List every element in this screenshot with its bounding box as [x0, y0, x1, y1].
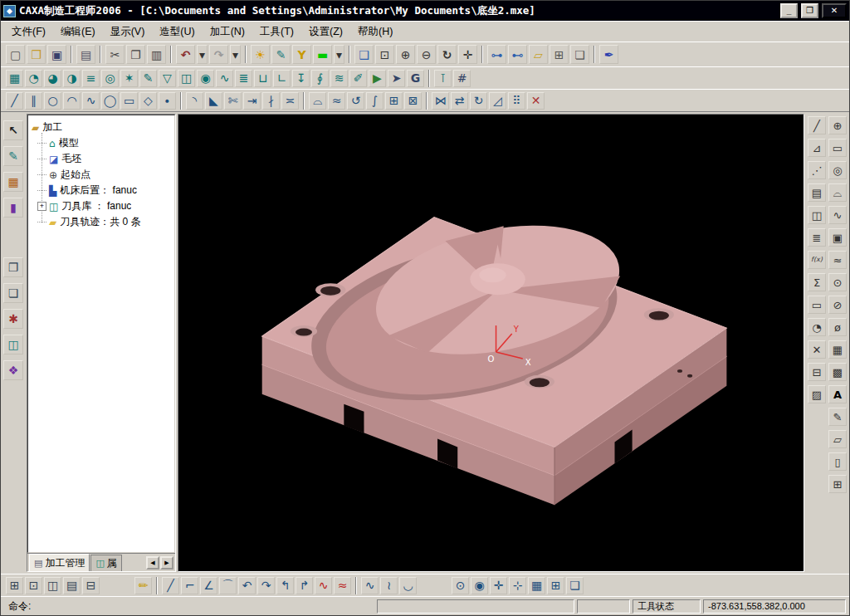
- scale-icon[interactable]: ◿: [489, 92, 506, 110]
- finish-parallel-icon[interactable]: ≡: [82, 70, 100, 87]
- open-folder-icon[interactable]: ❒: [27, 45, 46, 64]
- frame-icon[interactable]: ▯: [828, 452, 847, 471]
- tree-expander[interactable]: [37, 190, 46, 191]
- surface-patch-icon[interactable]: ⊞: [385, 92, 403, 110]
- grid2-icon[interactable]: ⊞: [547, 577, 564, 594]
- polygon-icon[interactable]: ◇: [139, 92, 157, 110]
- close-button[interactable]: ✕: [822, 3, 847, 18]
- measure-icon[interactable]: ▱: [529, 45, 548, 64]
- snap-center-icon[interactable]: ⊙: [452, 577, 469, 594]
- coord-list-icon[interactable]: ≣: [808, 228, 826, 247]
- corner-clean-icon[interactable]: ∟: [273, 70, 291, 87]
- surface-revolve-icon[interactable]: ↺: [347, 92, 364, 110]
- collapse-icon[interactable]: ⊟: [808, 363, 826, 381]
- paste-feature-icon[interactable]: ❏: [3, 283, 23, 303]
- trajectory-edit-icon[interactable]: ✐: [349, 70, 367, 87]
- annotate-icon[interactable]: ✒: [599, 45, 618, 64]
- circle-tool-icon[interactable]: ◎: [828, 161, 847, 179]
- circle-icon[interactable]: ○: [44, 92, 61, 110]
- zoom-window-icon[interactable]: ⊡: [375, 45, 394, 64]
- pan-icon[interactable]: ✛: [458, 45, 477, 64]
- projection-cut-icon[interactable]: ▽: [159, 70, 176, 87]
- tree-item-model[interactable]: ⌂ 模型: [37, 135, 173, 151]
- query-angle-icon[interactable]: ⊿: [808, 139, 826, 157]
- diameter-icon[interactable]: ø: [828, 318, 847, 336]
- menu-machining[interactable]: 加工(N): [203, 22, 252, 42]
- arc-tool-icon[interactable]: ⌓: [828, 183, 847, 202]
- arc-info-icon[interactable]: ◔: [808, 318, 826, 336]
- redo-dropdown-icon[interactable]: ▾: [230, 45, 241, 64]
- offset-icon[interactable]: ≍: [281, 92, 299, 110]
- tab-scroll-right-button[interactable]: ▶: [160, 556, 173, 570]
- tree-expander[interactable]: +: [37, 202, 46, 211]
- tree-expander[interactable]: [37, 159, 46, 159]
- palette-icon[interactable]: ❖: [3, 360, 23, 380]
- copy-icon[interactable]: ❐: [126, 45, 145, 64]
- surface-ruled-icon[interactable]: ⌓: [309, 92, 326, 110]
- circle-slash-icon[interactable]: ⊘: [828, 296, 847, 314]
- region-surface-icon[interactable]: ◫: [178, 70, 195, 87]
- arc-low-icon[interactable]: ◡: [399, 577, 417, 594]
- print-icon[interactable]: ▤: [76, 45, 95, 64]
- formula-curve-icon[interactable]: f(x): [808, 251, 826, 269]
- grid-snap-icon[interactable]: ⊞: [828, 475, 847, 493]
- solid-box-icon[interactable]: ▣: [828, 228, 847, 247]
- tree-item-post[interactable]: ▙ 机床后置： fanuc: [37, 183, 173, 198]
- equal-space-icon[interactable]: ▱: [828, 430, 847, 448]
- undo-dropdown-icon[interactable]: ▾: [197, 45, 208, 64]
- layer-table-icon[interactable]: ▦: [3, 172, 23, 192]
- arc-cw-icon[interactable]: ↷: [257, 577, 275, 594]
- contour-surface-icon[interactable]: ◉: [197, 70, 214, 87]
- line2-icon[interactable]: ╱: [162, 577, 179, 594]
- array-icon[interactable]: ⠿: [508, 92, 525, 110]
- snap-point-icon[interactable]: ⊹: [509, 577, 526, 594]
- curve-z-icon[interactable]: ↱: [296, 577, 313, 594]
- redo-icon[interactable]: ↷: [209, 45, 228, 64]
- trajectory-batch-icon[interactable]: ≋: [330, 70, 348, 87]
- mesh-icon[interactable]: ▦: [828, 340, 847, 359]
- circle-center-icon[interactable]: ⊙: [828, 273, 847, 291]
- spline-tool-icon[interactable]: ∿: [828, 206, 847, 224]
- rotate-icon[interactable]: ↻: [470, 92, 487, 110]
- tool-db-icon[interactable]: ◫: [3, 335, 23, 354]
- sketch-pen-icon[interactable]: ✎: [828, 408, 847, 426]
- guide-curve-icon[interactable]: ∿: [216, 70, 233, 87]
- tree-item-tool-library[interactable]: + ◫ 刀具库 ： fanuc: [37, 198, 173, 214]
- gcode-icon[interactable]: G: [407, 70, 424, 87]
- tab-machining-manager[interactable]: ▤ 加工管理: [29, 554, 90, 571]
- viewport-icon[interactable]: ❑: [354, 45, 374, 64]
- query-points-icon[interactable]: ⋰: [808, 161, 826, 179]
- menu-edit[interactable]: 编辑(E): [53, 22, 103, 42]
- machine-setup-icon[interactable]: #: [453, 70, 471, 87]
- refresh-view-icon[interactable]: ↻: [437, 45, 457, 64]
- filter-icon[interactable]: Y: [292, 45, 311, 64]
- rectangle-icon[interactable]: ▭: [120, 92, 138, 110]
- material-icon[interactable]: ▮: [3, 198, 23, 218]
- sum-icon[interactable]: Σ: [808, 273, 826, 291]
- arc3-icon[interactable]: ⌒: [219, 577, 237, 594]
- light-icon[interactable]: ☀: [251, 45, 270, 64]
- unlink-views-icon[interactable]: ⊷: [508, 45, 527, 64]
- point-tool-icon[interactable]: ⊕: [828, 116, 847, 134]
- restore-button[interactable]: ❐: [801, 3, 818, 18]
- tree-item-toolpaths[interactable]: ▰ 刀具轨迹：共 0 条: [37, 214, 173, 230]
- point-icon[interactable]: ∙: [159, 92, 176, 110]
- zoom-in-icon[interactable]: ⊕: [396, 45, 415, 64]
- copy-feature-icon[interactable]: ❐: [3, 257, 23, 277]
- ellipse-icon[interactable]: ◯: [101, 92, 119, 110]
- menu-help[interactable]: 帮助(H): [350, 22, 400, 42]
- tree-root-machining[interactable]: ▰ 加工: [30, 120, 173, 135]
- fx-curve-icon[interactable]: ≈: [828, 251, 847, 269]
- paste-icon[interactable]: ▥: [147, 45, 166, 64]
- polyline-icon[interactable]: ⌐: [181, 577, 198, 594]
- break-icon[interactable]: ∤: [262, 92, 280, 110]
- menu-file[interactable]: 文件(F): [4, 22, 53, 42]
- rough-contour-icon[interactable]: ◑: [63, 70, 81, 87]
- tab-properties[interactable]: ◫ 属: [90, 555, 121, 571]
- arrange-windows-icon[interactable]: ❏: [570, 45, 589, 64]
- undo-icon[interactable]: ↶: [176, 45, 195, 64]
- minimize-button[interactable]: _: [780, 3, 798, 18]
- finish-contour-icon[interactable]: ◎: [101, 70, 119, 87]
- snap-cross-icon[interactable]: ✛: [490, 577, 507, 594]
- tree-item-blank[interactable]: ◪ 毛坯: [37, 151, 173, 167]
